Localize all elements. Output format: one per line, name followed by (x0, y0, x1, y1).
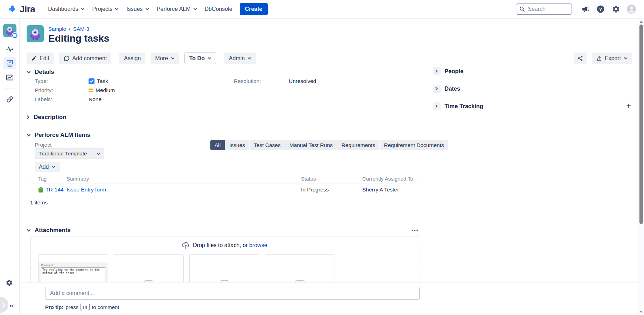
pro-tip-after: to comment (92, 304, 119, 310)
tab-test-cases[interactable]: Test Cases (250, 140, 285, 150)
collapse-attachments-icon[interactable] (27, 229, 31, 232)
tab-issues[interactable]: Issues (225, 140, 249, 150)
attachments-more-button[interactable] (410, 227, 420, 233)
dates-panel-title: Dates (444, 85, 460, 92)
sidebar-expand-handle[interactable] (0, 297, 8, 313)
priority-value-text: Medium (96, 87, 115, 93)
project-avatar-sidebar[interactable] (3, 24, 16, 37)
nav-perforce-alm[interactable]: Perforce ALM (153, 3, 201, 15)
tab-requirement-documents[interactable]: Requirement Documents (380, 140, 448, 150)
nav-projects-label: Projects (92, 6, 113, 12)
sidebar-expand-button[interactable]: » (9, 302, 12, 309)
alm-filter-tabs: All Issues Test Cases Manual Test Runs R… (210, 140, 448, 150)
dates-panel[interactable]: Dates (433, 84, 632, 93)
chevron-down-icon (624, 57, 628, 60)
admin-button[interactable]: Admin (224, 52, 256, 64)
sidebar-item-backlog[interactable] (4, 57, 16, 69)
tag-link[interactable]: TR-144 (46, 187, 64, 193)
description-section-header: Description (27, 114, 66, 121)
add-comment-button-label: Add comment (72, 55, 107, 62)
nav-right-group: ? (516, 2, 638, 16)
sidebar-item-reports[interactable] (4, 72, 16, 84)
pro-tip: Pro tip: press m to comment (45, 303, 638, 311)
sidebar-item-links[interactable] (4, 93, 16, 105)
tab-manual-test-runs[interactable]: Manual Test Runs (285, 140, 337, 150)
user-avatar-button[interactable] (624, 2, 638, 16)
summary-link[interactable]: Issue Entry form (66, 187, 106, 192)
alm-table-header-row: Tag Summary Status Currently Assigned To (30, 174, 420, 183)
chevron-down-icon (52, 166, 56, 168)
nav-issues[interactable]: Issues (122, 3, 153, 15)
search-icon (519, 6, 525, 12)
alm-items-table: Tag Summary Status Currently Assigned To… (30, 174, 420, 206)
details-grid: Type: Task Resolution: Unresolved Priori… (35, 77, 420, 104)
breadcrumb-project-link[interactable]: Sample (48, 26, 66, 32)
people-panel[interactable]: People (433, 66, 632, 76)
add-comment-button[interactable]: Add comment (59, 52, 112, 64)
alm-add-button[interactable]: Add (35, 162, 60, 172)
nav-dbconsole[interactable]: DbConsole (201, 3, 236, 15)
sidebar-item-activity[interactable] (4, 43, 16, 55)
tab-requirements[interactable]: Requirements (337, 140, 380, 150)
jira-logo[interactable]: Jira (8, 4, 35, 15)
scroll-down-arrow[interactable] (640, 311, 643, 313)
col-header-assigned: Currently Assigned To (362, 176, 420, 182)
time-tracking-panel[interactable]: Time Tracking + (433, 102, 632, 111)
status-transition-button[interactable]: To Do (184, 52, 216, 64)
nav-issues-label: Issues (126, 6, 142, 12)
vertical-scrollbar[interactable] (638, 19, 644, 315)
collapse-details-icon[interactable] (27, 71, 31, 74)
add-time-tracking-button[interactable]: + (626, 102, 631, 110)
expand-dates-icon[interactable] (433, 85, 441, 93)
expand-description-icon[interactable] (27, 115, 30, 119)
nav-projects[interactable]: Projects (89, 3, 123, 15)
attachment-preview-text: Try replying to the comment at the botto… (41, 267, 105, 284)
issue-header: Sample / SAM-3 Editing tasks (27, 25, 109, 44)
scroll-up-arrow[interactable] (640, 21, 643, 23)
description-section-title: Description (34, 114, 66, 121)
col-header-status: Status (301, 176, 362, 182)
col-header-tag: Tag (38, 176, 66, 182)
resolution-label: Resolution: (234, 78, 289, 84)
assign-button[interactable]: Assign (119, 52, 145, 64)
issue-toolbar: Edit Add comment Assign More To Do Admin (27, 52, 632, 64)
nav-perforce-alm-label: Perforce ALM (157, 6, 191, 12)
alm-tag-icon (38, 187, 43, 193)
create-button[interactable]: Create (240, 3, 268, 15)
keyboard-key-m: m (80, 303, 90, 311)
pencil-icon (31, 56, 37, 61)
alm-section-header: Perforce ALM Items (27, 132, 90, 139)
share-button[interactable] (574, 52, 587, 64)
sidebar-divider (5, 89, 15, 89)
nav-dbconsole-label: DbConsole (205, 6, 232, 12)
announcements-button[interactable] (578, 2, 592, 16)
tab-all[interactable]: All (210, 140, 225, 150)
export-button[interactable]: Export (592, 52, 632, 64)
link-icon (6, 95, 14, 104)
priority-value: Medium (89, 87, 115, 93)
search-box[interactable] (516, 4, 572, 15)
comment-input[interactable] (45, 287, 420, 300)
table-row: TR-144 Issue Entry form In Progress Sher… (30, 183, 420, 196)
settings-button[interactable] (609, 2, 623, 16)
project-select[interactable]: Traditional Template (35, 148, 104, 159)
breadcrumb-issue-link[interactable]: SAM-3 (73, 26, 89, 32)
nav-dashboards[interactable]: Dashboards (44, 3, 88, 15)
sidebar-settings-button[interactable] (3, 276, 15, 288)
expand-people-icon[interactable] (433, 67, 441, 75)
edit-button-label: Edit (40, 55, 49, 62)
expand-time-tracking-icon[interactable] (433, 102, 441, 110)
attachments-header-left: Attachments (27, 227, 71, 234)
chevron-down-icon (115, 8, 119, 10)
collapse-alm-icon[interactable] (27, 134, 31, 137)
search-input[interactable] (528, 6, 566, 12)
status-cell: In Progress (301, 187, 362, 193)
browse-link[interactable]: browse (249, 242, 267, 248)
attachment-dropzone[interactable]: Drop files to attach, or browse. Comment… (30, 237, 420, 286)
scrollbar-thumb[interactable] (639, 24, 643, 224)
chevron-down-icon (171, 57, 175, 60)
help-button[interactable]: ? (594, 2, 608, 16)
more-button[interactable]: More (150, 52, 179, 64)
edit-button[interactable]: Edit (27, 52, 54, 64)
issue-project-avatar[interactable] (27, 25, 44, 42)
